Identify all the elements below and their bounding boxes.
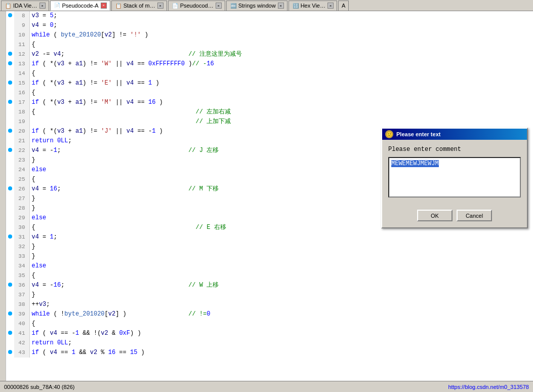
line-number: 32 (14, 242, 29, 252)
breakpoint-indicator (8, 100, 12, 104)
dialog-ok-button[interactable]: OK (417, 210, 453, 221)
tab-pseudocode-a-label: Pseudocode-A (62, 3, 99, 9)
table-row: 41if ( v4 == -1 && !(v2 & 0xF) ) (6, 329, 533, 338)
tab-stack-label: Stack of m… (124, 3, 155, 9)
tab-hex-close[interactable]: × (327, 3, 334, 9)
breakpoint-dot (6, 50, 14, 59)
line-number: 29 (14, 213, 29, 223)
breakpoint-dot (6, 40, 14, 50)
tab-hex-view[interactable]: 🔢 Hex Vie… × (289, 1, 337, 11)
breakpoint-indicator (8, 234, 12, 239)
line-number: 24 (14, 165, 29, 175)
line-number: 34 (14, 261, 29, 271)
code-line[interactable]: { (29, 319, 533, 329)
breakpoint-dot (6, 271, 14, 281)
code-line[interactable]: { (29, 69, 533, 79)
status-url: https://blog.csdn.net/m0_313578 (448, 384, 529, 390)
code-line[interactable]: while ( !byte_201020[v2] ) // !=0 (29, 309, 533, 319)
tab-stack-icon: 📋 (115, 2, 122, 9)
breakpoint-dot (6, 136, 14, 146)
line-number: 37 (14, 290, 29, 300)
table-row: 38++v3; (6, 300, 533, 309)
table-row: 37} (6, 290, 533, 300)
breakpoint-dot (6, 329, 14, 338)
table-row: 16{ (6, 88, 533, 98)
code-line[interactable]: if ( *(v3 + a1) != 'E' || v4 == 1 ) (29, 79, 533, 88)
status-bar: 00000826 sub_78A:40 (826) https://blog.c… (0, 381, 533, 392)
left-gutter (0, 11, 6, 381)
line-number: 17 (14, 98, 29, 107)
tab-strings-icon: 🔤 (230, 2, 237, 9)
table-row: 9v4 = 0; (6, 21, 533, 30)
breakpoint-dot (6, 59, 14, 69)
code-line[interactable]: } (29, 242, 533, 252)
breakpoint-dot (6, 184, 14, 194)
breakpoint-dot (6, 348, 14, 358)
tab-pseudocod[interactable]: 📄 Pseudocod… × (168, 1, 225, 11)
breakpoint-dot (6, 204, 14, 213)
dialog-icon: 🙂 (385, 130, 393, 138)
breakpoint-indicator (8, 350, 12, 354)
code-line[interactable]: if ( v4 == -1 && !(v2 & 0xF) ) (29, 329, 533, 338)
code-line[interactable]: v2 -= v4; // 注意这里为减号 (29, 50, 533, 59)
status-text: 00000826 sub_78A:40 (826) (4, 384, 74, 390)
line-number: 18 (14, 107, 29, 117)
breakpoint-dot (6, 127, 14, 136)
tab-ida-view-close[interactable]: × (39, 3, 46, 9)
tab-pseudocode-a[interactable]: 📄 Pseudocode-A × (50, 1, 110, 11)
code-line[interactable]: // 上加下减 (29, 117, 533, 127)
tab-stack-close[interactable]: × (157, 3, 163, 9)
code-line[interactable]: } (29, 290, 533, 300)
code-line[interactable]: ++v3; (29, 300, 533, 309)
line-number: 21 (14, 136, 29, 146)
table-row: 13if ( *(v3 + a1) != 'W' || v4 == 0xFFFF… (6, 59, 533, 69)
table-row: 42return 0LL; (6, 338, 533, 348)
breakpoint-dot (6, 155, 14, 165)
code-line[interactable]: } (29, 252, 533, 261)
code-line[interactable]: v4 = 0; (29, 21, 533, 30)
tab-pseudocode-a-close[interactable]: × (101, 3, 107, 9)
code-line[interactable]: if ( *(v3 + a1) != 'M' || v4 == 16 ) (29, 98, 533, 107)
table-row: 33} (6, 252, 533, 261)
tab-strings-window[interactable]: 🔤 Strings window × (226, 1, 288, 11)
breakpoint-dot (6, 79, 14, 88)
line-number: 16 (14, 88, 29, 98)
code-line[interactable]: else (29, 261, 533, 271)
breakpoint-dot (6, 194, 14, 204)
code-line[interactable]: { (29, 88, 533, 98)
code-line[interactable]: v4 = 1; (29, 232, 533, 242)
code-line[interactable]: { (29, 40, 533, 50)
line-number: 41 (14, 329, 29, 338)
line-number: 36 (14, 281, 29, 290)
line-number: 39 (14, 309, 29, 319)
tab-strings-close[interactable]: × (278, 3, 284, 9)
code-line[interactable]: return 0LL; (29, 338, 533, 348)
tab-extra[interactable]: A (338, 1, 349, 11)
breakpoint-dot (6, 107, 14, 117)
breakpoint-dot (6, 30, 14, 40)
dialog: 🙂 Please enter text Please enter comment… (381, 128, 528, 228)
tab-extra-label: A (342, 3, 345, 9)
breakpoint-dot (6, 338, 14, 348)
tab-pseudocod-icon: 📄 (172, 2, 179, 9)
dialog-cancel-button[interactable]: Cancel (457, 210, 492, 221)
breakpoint-dot (6, 281, 14, 290)
code-line[interactable]: if ( *(v3 + a1) != 'W' || v4 == 0xFFFFFF… (29, 59, 533, 69)
breakpoint-indicator (8, 148, 12, 152)
code-line[interactable]: while ( byte_201020[v2] != '!' ) (29, 30, 533, 40)
table-row: 31v4 = 1; (6, 232, 533, 242)
dialog-input[interactable]: MEWEMEWJMEWJM (388, 157, 521, 198)
tab-ida-view[interactable]: 📋 IDA Vie… × (1, 1, 49, 11)
code-line[interactable]: v3 = 5; (29, 11, 533, 21)
line-number: 30 (14, 223, 29, 232)
breakpoint-dot (6, 88, 14, 98)
tab-stack-of-m[interactable]: 📋 Stack of m… × (111, 1, 167, 11)
tab-pseudocod-close[interactable]: × (216, 3, 222, 9)
code-line[interactable]: v4 = -16; // W 上移 (29, 281, 533, 290)
breakpoint-dot (6, 232, 14, 242)
table-row: 34else (6, 261, 533, 271)
code-line[interactable]: if ( v4 == 1 && v2 % 16 == 15 ) (29, 348, 533, 358)
code-line[interactable]: { (29, 271, 533, 281)
code-line[interactable]: { // 左加右减 (29, 107, 533, 117)
breakpoint-indicator (8, 81, 12, 85)
